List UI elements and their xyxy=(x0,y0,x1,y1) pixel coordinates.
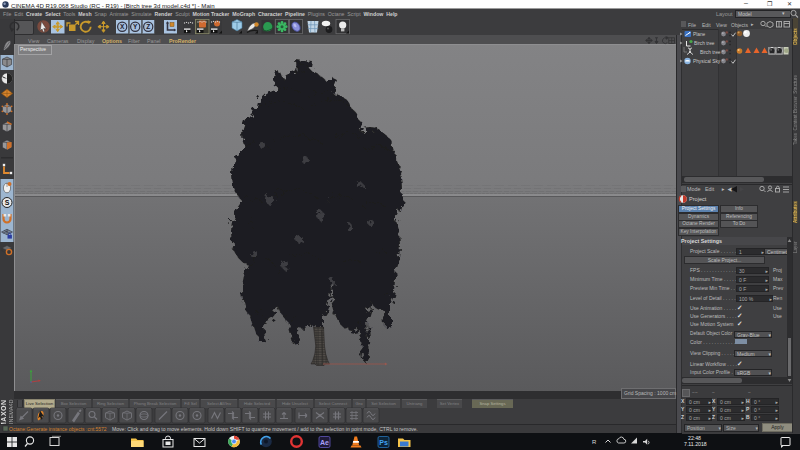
svg-text:S: S xyxy=(5,199,10,206)
svg-text:Ae: Ae xyxy=(320,439,329,446)
svg-text:Ps: Ps xyxy=(379,439,388,446)
svg-text:Y: Y xyxy=(133,23,138,30)
svg-text:X: X xyxy=(120,23,125,30)
svg-text:Z: Z xyxy=(146,23,150,30)
svg-text:R: R xyxy=(592,439,597,445)
